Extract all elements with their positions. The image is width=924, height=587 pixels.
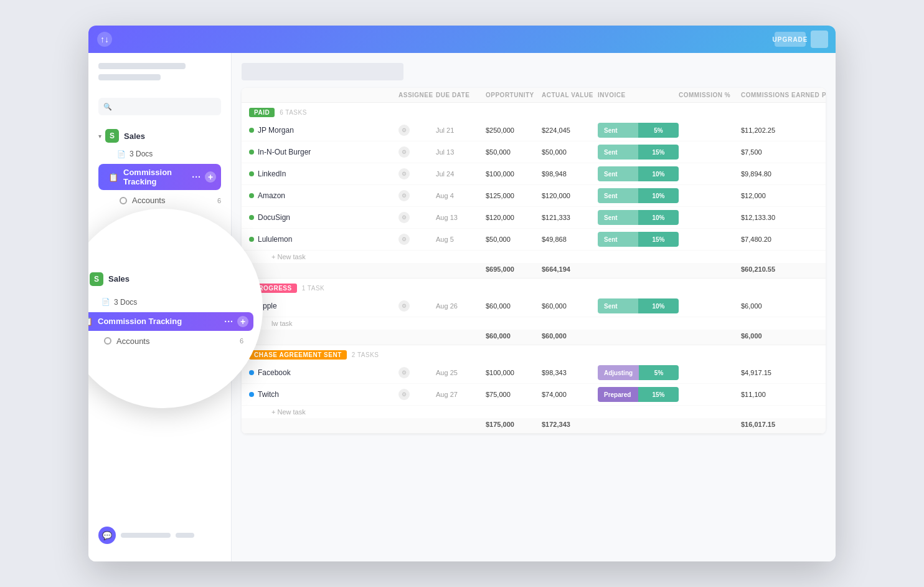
- sidebar-item-accounts[interactable]: Accounts 6: [93, 193, 226, 208]
- paid-checkbox[interactable]: [822, 148, 826, 156]
- magnify-docs-label: 3 Docs: [114, 298, 137, 307]
- commission-pct: 15%: [638, 232, 679, 247]
- assignee-icon: ⚙: [398, 389, 410, 400]
- invoice-commission-cell: Sent 10%: [598, 210, 679, 225]
- badge-paid: PAID: [249, 108, 275, 117]
- magnify-add-button[interactable]: +: [237, 316, 248, 327]
- app-logo: ↑↓: [96, 31, 113, 48]
- invoice-commission-cell: Sent 5%: [598, 123, 679, 138]
- col-assignee: ASSIGNEE: [398, 92, 436, 98]
- sidebar-bottom-bar2: [176, 533, 194, 538]
- add-item-button[interactable]: +: [205, 171, 216, 183]
- invoice-sent: Sent: [598, 210, 638, 225]
- table-row: Facebook ⚙ Aug 25 $100,000 $98,343 Adjus…: [242, 362, 826, 384]
- col-opportunity: OPPORTUNITY: [486, 92, 542, 98]
- badge-chase: CHASE AGREEMENT SENT: [249, 350, 347, 360]
- paid-checkbox[interactable]: [822, 390, 826, 399]
- magnify-commission-label: Commission Tracking: [98, 317, 224, 326]
- commission-icon: 📋: [108, 173, 118, 182]
- commission-tracking-label: Commission Tracking: [123, 168, 192, 186]
- dot-green-icon: [249, 237, 254, 242]
- sidebar-item-sales[interactable]: ▾ S Sales: [93, 125, 226, 146]
- paid-checkbox[interactable]: ✓: [822, 191, 826, 200]
- search-icon: 🔍: [103, 103, 112, 111]
- magnify-more-icon[interactable]: ···: [224, 317, 233, 327]
- table-headers: ASSIGNEE DUE DATE OPPORTUNITY ACTUAL VAL…: [242, 88, 826, 103]
- dot-green-icon: [249, 171, 254, 176]
- magnify-accounts-count: 6: [240, 337, 243, 345]
- invoice-sent: Sent: [598, 145, 638, 160]
- col-name: [249, 92, 398, 98]
- docs-label: 3 Docs: [130, 150, 153, 158]
- dot-blue-icon: [249, 370, 254, 375]
- commission-pct: 10%: [638, 166, 679, 181]
- chat-button[interactable]: 💬: [98, 527, 116, 544]
- invoice-prepared: Prepared: [598, 387, 638, 402]
- commission-pct: 10%: [638, 298, 679, 313]
- paid-checkbox[interactable]: [822, 169, 826, 178]
- sidebar: 🔍 ▾ S Sales 📄 3 Docs 📋 Commission Tracki…: [88, 53, 232, 561]
- sidebar-bottom: 💬: [88, 519, 231, 551]
- magnify-sales-label: Sales: [108, 274, 130, 284]
- magnify-docs-item[interactable]: 📄 3 Docs: [88, 295, 248, 310]
- progress-summary-row: $60,000 $60,000 $6,000: [242, 330, 826, 345]
- paid-checkbox[interactable]: ✓: [822, 126, 826, 135]
- docs-icon: 📄: [117, 150, 126, 158]
- assignee-icon: ⚙: [398, 190, 410, 201]
- commission-pct: 5%: [639, 365, 679, 380]
- table-row: LinkedIn ⚙ Jul 24 $100,000 $98,948 Sent …: [242, 163, 826, 185]
- chase-summary-row: $175,000 $172,343 $16,017.15: [242, 418, 826, 433]
- new-task-button-progress[interactable]: lw task: [242, 317, 826, 330]
- accounts-count: 6: [217, 197, 221, 204]
- sidebar-item-commission-tracking[interactable]: 📋 Commission Tracking ··· +: [98, 164, 221, 190]
- sales-label: Sales: [124, 131, 145, 141]
- dot-green-icon: [249, 128, 254, 133]
- magnify-accounts-item[interactable]: Accounts 6: [88, 333, 248, 349]
- invoice-sent: Sent: [598, 123, 638, 138]
- magnify-sales-item[interactable]: ▾ S Sales: [88, 269, 248, 290]
- assignee-icon: ⚙: [398, 125, 410, 136]
- upgrade-button[interactable]: UPGRADE: [775, 32, 806, 47]
- invoice-commission-cell: Sent 10%: [598, 188, 679, 203]
- sidebar-search-input[interactable]: 🔍: [98, 98, 221, 115]
- table-row: In-N-Out Burger ⚙ Jul 13 $50,000 $50,000…: [242, 141, 826, 163]
- assignee-icon: ⚙: [398, 367, 410, 378]
- invoice-commission-cell: Prepared 15%: [598, 387, 679, 402]
- paid-checkbox[interactable]: [822, 302, 826, 310]
- group-paid: PAID 6 TASKS JP Morgan ⚙ Jul 21 $250,000…: [242, 103, 826, 279]
- invoice-sent: Sent: [598, 166, 638, 181]
- new-task-button-paid[interactable]: + New task: [242, 251, 826, 263]
- more-options-icon[interactable]: ···: [192, 172, 201, 182]
- group-chase-header: CHASE AGREEMENT SENT 2 TASKS: [242, 345, 826, 362]
- app-window: ↑↓ UPGRADE 🔍 ▾ S Sales: [88, 26, 836, 561]
- sidebar-bottom-bar1: [121, 533, 171, 538]
- filter-bar[interactable]: [242, 63, 403, 80]
- group-chase: CHASE AGREEMENT SENT 2 TASKS Facebook ⚙ …: [242, 345, 826, 434]
- magnify-sales-icon: S: [90, 272, 103, 286]
- col-commission-pct: COMMISSION %: [679, 92, 741, 98]
- paid-summary-row: $695,000 $664,194 $60,210.55: [242, 263, 826, 278]
- paid-checkbox[interactable]: ✓: [822, 368, 826, 377]
- invoice-commission-cell: Sent 15%: [598, 145, 679, 160]
- sidebar-item-docs[interactable]: 📄 3 Docs: [93, 146, 226, 161]
- assignee-icon: ⚙: [398, 168, 410, 179]
- sidebar-section-sales: ▾ S Sales 📄 3 Docs 📋 Commission Tracking…: [88, 125, 231, 208]
- paid-task-count: 6 TASKS: [280, 109, 307, 116]
- commission-pct: 15%: [638, 387, 679, 402]
- invoice-adjusting: Adjusting: [598, 365, 639, 380]
- magnify-docs-icon: 📄: [101, 298, 110, 306]
- sidebar-search-area: [88, 63, 231, 90]
- dot-blue-icon: [249, 392, 254, 397]
- col-due-date: DUE DATE: [436, 92, 486, 98]
- svg-text:↑↓: ↑↓: [100, 34, 109, 44]
- magnify-accounts-label: Accounts: [116, 336, 149, 346]
- accounts-label: Accounts: [132, 196, 165, 205]
- user-avatar[interactable]: [811, 31, 828, 48]
- paid-checkbox[interactable]: [822, 213, 826, 222]
- main-content: ASSIGNEE DUE DATE OPPORTUNITY ACTUAL VAL…: [232, 53, 836, 561]
- paid-checkbox[interactable]: ✓: [822, 235, 826, 244]
- assignee-icon: ⚙: [398, 212, 410, 223]
- new-task-button-chase[interactable]: + New task: [242, 406, 826, 418]
- magnify-commission-item[interactable]: 📋 Commission Tracking ··· +: [88, 312, 253, 331]
- col-paid-to-rep: PAID TO REP?: [822, 92, 826, 98]
